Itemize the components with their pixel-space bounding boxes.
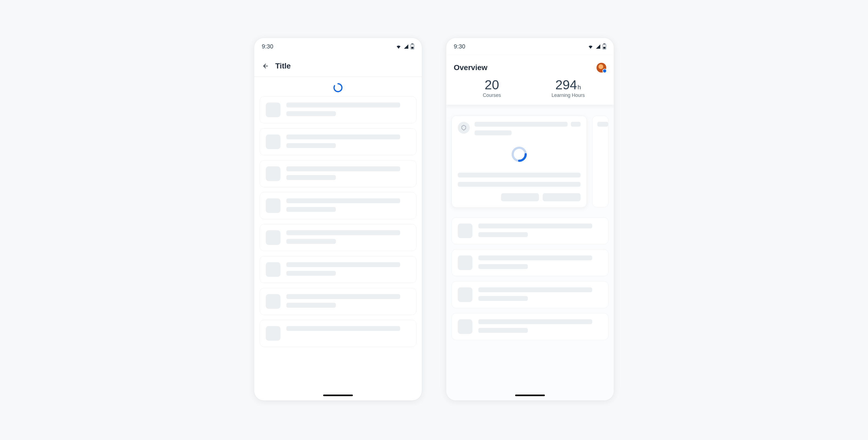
profile-avatar[interactable]: [596, 63, 606, 72]
app-bar: Title: [254, 55, 422, 77]
skeleton-thumbnail: [266, 198, 280, 213]
skeleton-lines: [474, 122, 581, 135]
skeleton-line: [286, 207, 336, 212]
list-item: [259, 128, 416, 155]
skeleton-line: [458, 173, 581, 177]
list-item: [259, 96, 416, 123]
hexagon-icon: [458, 122, 470, 134]
featured-card-next[interactable]: [592, 116, 609, 208]
skeleton-thumbnail: [458, 319, 472, 334]
stats-row: 20 Courses 294 h Learning Hours: [454, 79, 606, 98]
loading-spinner: [510, 146, 528, 163]
page-title: Title: [275, 62, 291, 70]
skeleton-line: [286, 271, 336, 276]
battery-icon: [602, 43, 606, 50]
skeleton-lines: [478, 319, 602, 333]
skeleton-lines: [286, 230, 410, 244]
skeleton-lines: [286, 167, 410, 180]
wifi-icon: [587, 44, 594, 49]
skeleton-list: [254, 96, 422, 358]
skeleton-thumbnail: [266, 135, 280, 149]
skeleton-lines: [478, 287, 602, 301]
skeleton-lines: [478, 224, 602, 237]
skeleton-line: [571, 122, 581, 127]
phone-mockup-title-list: 9:30 Title: [254, 38, 422, 401]
skeleton-line: [286, 303, 336, 308]
status-icons: [395, 43, 414, 50]
skeleton-line: [286, 326, 400, 331]
skeleton-line: [286, 135, 400, 139]
skeleton-thumbnail: [458, 256, 472, 270]
overview-header: Overview 20 Courses 294 h: [446, 55, 614, 105]
skeleton-line: [597, 122, 608, 127]
skeleton-thumbnail: [266, 326, 280, 341]
skeleton-line: [478, 328, 528, 333]
list-item: [452, 313, 609, 340]
status-time: 9:30: [454, 43, 465, 50]
featured-carousel[interactable]: [452, 116, 609, 208]
skeleton-lines: [478, 256, 602, 269]
status-icons: [587, 43, 606, 50]
skeleton-thumbnail: [458, 287, 472, 302]
skeleton-lines: [286, 135, 410, 148]
list-item: [259, 160, 416, 187]
page-title: Overview: [454, 63, 488, 72]
skeleton-line: [286, 111, 336, 116]
skeleton-lines: [286, 294, 410, 308]
skeleton-thumbnail: [266, 102, 280, 117]
skeleton-line: [474, 130, 512, 135]
list-item: [259, 288, 416, 315]
skeleton-actions: [458, 193, 581, 201]
stat-courses-label: Courses: [483, 92, 501, 98]
skeleton-line: [286, 198, 400, 203]
skeleton-line: [478, 224, 592, 228]
stat-hours-value: 294: [555, 79, 577, 91]
skeleton-line: [286, 230, 400, 235]
skeleton-line: [458, 182, 581, 187]
skeleton-line: [478, 232, 528, 237]
arrow-left-icon: [262, 62, 269, 69]
list-item: [452, 281, 609, 308]
stat-hours: 294 h Learning Hours: [530, 79, 606, 98]
skeleton-line: [286, 143, 336, 148]
list-item: [259, 320, 416, 347]
home-indicator: [323, 394, 353, 396]
skeleton-button: [543, 193, 581, 201]
status-bar: 9:30: [446, 38, 614, 55]
stat-courses-value: 20: [485, 79, 499, 91]
skeleton-line: [286, 102, 400, 108]
skeleton-button: [501, 193, 539, 201]
skeleton-lines: [286, 102, 410, 116]
battery-icon: [410, 43, 414, 50]
svg-rect-2: [411, 47, 413, 49]
cell-signal-icon: [403, 44, 409, 49]
list-item: [259, 224, 416, 251]
list-item: [452, 217, 609, 244]
skeleton-line: [286, 167, 400, 171]
featured-card[interactable]: [452, 116, 587, 208]
skeleton-lines: [286, 326, 410, 331]
skeleton-thumbnail: [266, 230, 280, 245]
skeleton-lines: [286, 198, 410, 212]
stat-hours-label: Learning Hours: [551, 92, 585, 98]
skeleton-line: [474, 122, 567, 127]
back-button[interactable]: [261, 61, 270, 71]
skeleton-line: [478, 319, 592, 324]
skeleton-list: [452, 217, 609, 340]
overview-body: [446, 105, 614, 401]
skeleton-line: [478, 264, 528, 269]
status-bar: 9:30: [254, 38, 422, 55]
skeleton-line: [286, 175, 336, 180]
skeleton-line: [286, 239, 336, 244]
skeleton-lines: [286, 262, 410, 276]
phone-mockup-overview: 9:30 Overview 20 Course: [446, 38, 614, 401]
list-item: [452, 249, 609, 276]
skeleton-thumbnail: [458, 224, 472, 238]
skeleton-line: [478, 296, 528, 301]
skeleton-line: [478, 256, 592, 260]
skeleton-line: [286, 262, 400, 267]
svg-rect-5: [603, 47, 606, 49]
home-indicator: [515, 394, 545, 396]
list-item: [259, 192, 416, 219]
skeleton-thumbnail: [266, 167, 280, 181]
